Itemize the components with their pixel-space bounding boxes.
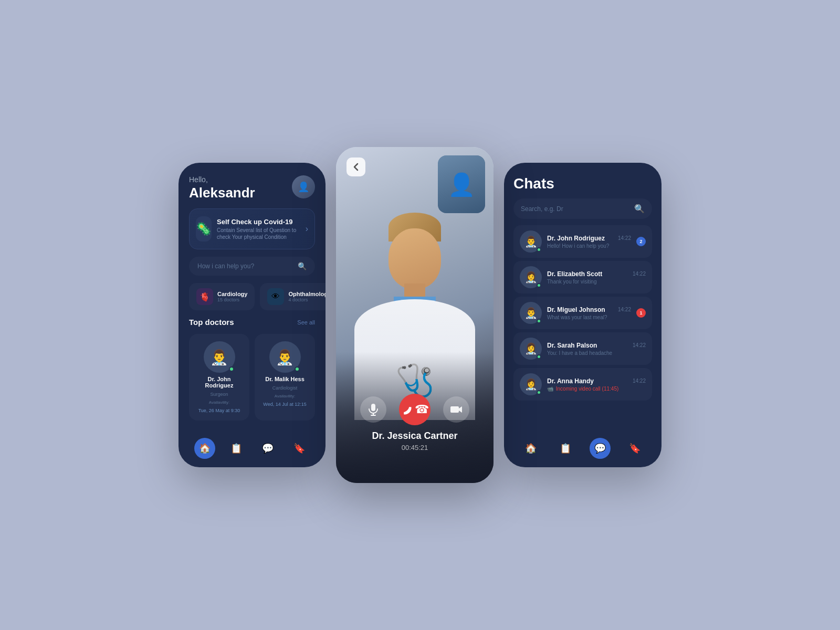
covid-icon: 🦠	[196, 216, 212, 242]
chat-avatar-3: 👩‍⚕️	[520, 338, 542, 360]
back-chevron-icon	[353, 163, 359, 171]
chat-name-row-2: Dr. Miguel Johnson 14:22	[547, 306, 631, 313]
avail-label-1: Availavility:	[275, 394, 295, 398]
ophthalmology-icon: 👁	[267, 288, 284, 305]
top-doctors-header: Top doctors See all	[189, 318, 315, 327]
category-ophthalmology[interactable]: 👁 Ophthalmology 4 doctors	[260, 283, 326, 310]
avail-time-0: Tue, 26 May at 9:30	[198, 408, 240, 413]
greeting-block: Hello, Aleksandr	[189, 175, 255, 201]
chats-nav-chat[interactable]: 💬	[590, 438, 611, 459]
search-placeholder: How i can help you?	[197, 262, 254, 270]
chat-time-0: 14:22	[618, 235, 631, 241]
chat-name-row-0: Dr. John Rodriguez 14:22	[547, 235, 631, 242]
chat-message-1: Thank you for visiting	[547, 279, 646, 285]
chat-name-row-4: Dr. Anna Handy 14:22	[547, 377, 646, 385]
chat-content-0: Dr. John Rodriguez 14:22 Hello! How i ca…	[547, 235, 631, 249]
doctor-spec-0: Surgeon	[210, 392, 228, 397]
chat-time-3: 14:22	[633, 342, 646, 348]
cardiology-icon: 🫀	[196, 288, 213, 305]
chat-name-2: Dr. Miguel Johnson	[547, 306, 605, 313]
chat-online-0	[537, 247, 541, 252]
chat-item-0[interactable]: 👨‍⚕️ Dr. John Rodriguez 14:22 Hello! How…	[513, 225, 652, 258]
chats-nav-calendar[interactable]: 📋	[555, 438, 576, 459]
user-avatar[interactable]: 👤	[292, 175, 315, 198]
chat-badge-0: 2	[636, 237, 646, 246]
chats-search-bar[interactable]: Search, e.g. Dr 🔍	[513, 198, 652, 219]
chat-item-2[interactable]: 👨‍⚕️ Dr. Miguel Johnson 14:22 What was y…	[513, 297, 652, 329]
chat-badge-2: 1	[636, 308, 646, 318]
chat-content-3: Dr. Sarah Palson 14:22 You: I have a bad…	[547, 342, 646, 356]
ophthalmology-name: Ophthalmology	[288, 291, 326, 297]
chat-time-4: 14:22	[633, 378, 646, 384]
doctor-name-1: Dr. Malik Hess	[265, 376, 304, 382]
nav-bookmark[interactable]: 🔖	[289, 438, 310, 459]
mic-button[interactable]	[360, 396, 386, 423]
covid-card-text: Self Check up Covid-19 Contain Several l…	[217, 218, 300, 240]
user-name: Aleksandr	[189, 185, 255, 201]
chats-nav-bookmark[interactable]: 🔖	[624, 438, 645, 459]
see-all-button[interactable]: See all	[297, 319, 315, 326]
nav-calendar[interactable]: 📋	[226, 438, 247, 459]
covid-card[interactable]: 🦠 Self Check up Covid-19 Contain Several…	[189, 208, 315, 249]
call-info: Dr. Jessica Cartner 00:45:21	[336, 430, 494, 452]
home-header: Hello, Aleksandr 👤	[189, 175, 315, 201]
chat-avatar-1: 👩‍⚕️	[520, 266, 542, 288]
chat-online-4	[537, 390, 541, 395]
nav-chat[interactable]: 💬	[257, 438, 278, 459]
top-doctors-title: Top doctors	[189, 318, 234, 327]
camera-button[interactable]	[443, 396, 469, 423]
chat-name-row-1: Dr. Elizabeth Scott 14:22	[547, 270, 646, 278]
chats-search-placeholder: Search, e.g. Dr	[521, 205, 563, 213]
call-timer: 00:45:21	[336, 444, 494, 452]
avail-label-0: Availavility:	[209, 400, 229, 405]
categories-row: 🫀 Cardiology 15 doctors 👁 Ophthalmology …	[189, 283, 315, 310]
doctor-spec-1: Cardiologist	[272, 385, 298, 391]
chat-name-4: Dr. Anna Handy	[547, 377, 594, 385]
ophthalmology-count: 4 doctors	[288, 297, 326, 302]
covid-card-desc: Contain Several list of Question to chec…	[217, 227, 300, 240]
doctor-card-0[interactable]: 👨‍⚕️ Dr. John Rodriguez Surgeon Availavi…	[189, 334, 249, 421]
chat-avatar-2: 👨‍⚕️	[520, 302, 542, 324]
chat-message-3: You: I have a bad headache	[547, 350, 646, 356]
chat-content-1: Dr. Elizabeth Scott 14:22 Thank you for …	[547, 270, 646, 285]
search-bar[interactable]: How i can help you? 🔍	[189, 257, 315, 276]
end-call-button[interactable]: ☎	[399, 394, 430, 425]
mic-icon	[368, 403, 379, 416]
chat-message-2: What was your last meal?	[547, 314, 631, 320]
chats-title: Chats	[513, 175, 652, 192]
doctors-row: 👨‍⚕️ Dr. John Rodriguez Surgeon Availavi…	[189, 334, 315, 421]
chat-item-1[interactable]: 👩‍⚕️ Dr. Elizabeth Scott 14:22 Thank you…	[513, 261, 652, 293]
nav-home[interactable]: 🏠	[194, 438, 215, 459]
camera-icon	[450, 405, 463, 414]
chat-name-1: Dr. Elizabeth Scott	[547, 270, 602, 278]
phone-video-call: 🩺 👤	[336, 147, 494, 483]
chat-message-4: Incoming video call (11:45)	[556, 386, 619, 392]
chat-online-2	[537, 319, 541, 323]
chat-time-1: 14:22	[633, 271, 646, 277]
chat-name-0: Dr. John Rodriguez	[547, 235, 605, 242]
chats-nav-home[interactable]: 🏠	[520, 438, 541, 459]
doctor-name-0: Dr. John Rodriguez	[194, 376, 244, 388]
chat-time-2: 14:22	[618, 307, 631, 312]
chat-message-0: Hello! How i can help you?	[547, 243, 631, 249]
chat-avatar-0: 👨‍⚕️	[520, 230, 542, 253]
online-indicator-1	[295, 366, 300, 372]
avail-time-1: Wed, 14 Jul at 12:15	[263, 402, 306, 407]
chats-search-icon: 🔍	[634, 204, 645, 214]
chat-item-4[interactable]: 👩‍⚕️ Dr. Anna Handy 14:22 📹 Incoming vid…	[513, 368, 652, 401]
greeting-text: Hello,	[189, 175, 255, 184]
chat-content-2: Dr. Miguel Johnson 14:22 What was your l…	[547, 306, 631, 320]
end-call-icon	[401, 403, 415, 416]
category-cardiology[interactable]: 🫀 Cardiology 15 doctors	[189, 283, 255, 310]
ophthalmology-info: Ophthalmology 4 doctors	[288, 291, 326, 302]
cardiology-info: Cardiology 15 doctors	[217, 291, 247, 302]
covid-card-title: Self Check up Covid-19	[217, 218, 300, 226]
phone-chats: Chats Search, e.g. Dr 🔍 👨‍⚕️ Dr. John Ro…	[504, 163, 662, 467]
doctor-card-1[interactable]: 👨‍⚕️ Dr. Malik Hess Cardiologist Availav…	[255, 334, 315, 421]
svg-rect-0	[371, 404, 375, 411]
video-back-button[interactable]	[346, 158, 365, 176]
chat-video-call-msg-4: 📹 Incoming video call (11:45)	[547, 386, 646, 392]
chat-item-3[interactable]: 👩‍⚕️ Dr. Sarah Palson 14:22 You: I have …	[513, 332, 652, 365]
call-doctor-name: Dr. Jessica Cartner	[336, 430, 494, 442]
pip-patient-avatar: 👤	[438, 155, 485, 213]
